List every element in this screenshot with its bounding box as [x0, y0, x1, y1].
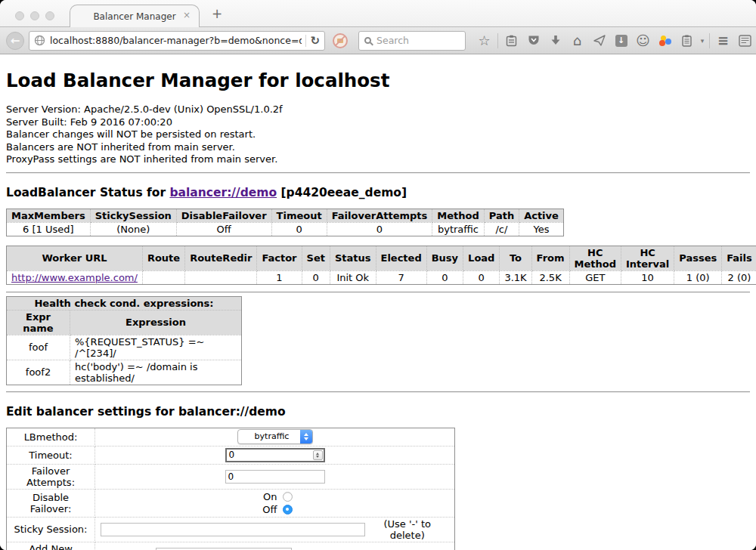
- globe-icon: [34, 35, 45, 46]
- send-plane-icon[interactable]: [588, 35, 610, 46]
- timeout-input[interactable]: 0: [225, 448, 325, 462]
- add-worker-label: Add New Worker:: [7, 542, 95, 550]
- close-window-button[interactable]: [15, 11, 24, 20]
- form-row-failover-attempts: Failover Attempts: 0: [7, 464, 455, 489]
- tab-title: Balancer Manager: [93, 11, 175, 22]
- table-title-row: Health check cond. expressions:: [7, 296, 242, 310]
- smiley-icon[interactable]: ☺: [632, 32, 654, 48]
- divider: [6, 391, 750, 393]
- url-bar[interactable]: localhost:8880/balancer-manager?b=demo&n…: [29, 31, 325, 51]
- lbmethod-label: LBmethod:: [7, 428, 95, 446]
- bookmark-star-icon[interactable]: ☆: [473, 32, 495, 48]
- blocked-content-icon[interactable]: [333, 33, 348, 48]
- grid-extension-icon[interactable]: [734, 35, 756, 47]
- loadbalancer-status-heading: LoadBalancer Status for balancer://demo …: [6, 186, 750, 199]
- disable-failover-on-radio[interactable]: [283, 492, 293, 502]
- window-controls: [15, 11, 54, 20]
- url-input[interactable]: localhost:8880/balancer-manager?b=demo&n…: [50, 35, 302, 46]
- navigation-toolbar: ← localhost:8880/balancer-manager?b=demo…: [0, 27, 756, 54]
- download-box-icon[interactable]: ↓: [610, 35, 632, 47]
- form-row-disable-failover: Disable Failover: On Off: [7, 489, 455, 517]
- urlbar-divider: [305, 35, 306, 47]
- form-row-lbmethod: LBmethod: bytraffic: [7, 428, 455, 446]
- new-tab-button[interactable]: +: [212, 6, 222, 21]
- zoom-window-button[interactable]: [45, 11, 54, 20]
- balancer-demo-link[interactable]: balancer://demo: [169, 186, 277, 199]
- table-row: foof2 hc('body') =~ /domain is establish…: [7, 360, 242, 385]
- select-stepper-icon: [300, 430, 312, 443]
- notice-inherit-proxypass: ProxyPass settings are NOT inherited fro…: [6, 153, 750, 166]
- server-built: Server Built: Feb 9 2016 07:00:20: [6, 116, 750, 129]
- reload-icon[interactable]: ↻: [310, 34, 320, 48]
- failover-attempts-input[interactable]: 0: [225, 470, 325, 484]
- back-button[interactable]: ←: [6, 32, 24, 50]
- downloads-icon[interactable]: [544, 35, 566, 46]
- toolbar-divider: [709, 33, 710, 48]
- tab-close-icon[interactable]: ×: [183, 11, 191, 20]
- divider: [6, 292, 750, 293]
- table-header-row: MaxMembers StickySession DisableFailover…: [7, 209, 564, 222]
- toolbar-divider: [497, 33, 498, 48]
- page-content: Load Balancer Manager for localhost Serv…: [0, 54, 756, 550]
- server-info: Server Version: Apache/2.5.0-dev (Unix) …: [6, 104, 750, 166]
- table-row: http://www.example.com/ 1 0 Init Ok 7 0 …: [7, 270, 756, 284]
- notice-persist: Balancer changes will NOT be persisted o…: [6, 128, 750, 141]
- worker-url-link[interactable]: http://www.example.com/: [11, 272, 138, 283]
- server-version: Server Version: Apache/2.5.0-dev (Unix) …: [6, 104, 750, 116]
- worker-table: Worker URL Route RouteRedir Factor Set S…: [6, 246, 756, 285]
- minimize-window-button[interactable]: [30, 11, 39, 20]
- table-header-row: Expr name Expression: [7, 310, 242, 335]
- table-row: foof %{REQUEST_STATUS} =~ /^[234]/: [7, 335, 242, 360]
- form-row-timeout: Timeout: 0: [7, 446, 455, 464]
- number-spinner-icon[interactable]: [313, 450, 323, 460]
- chevron-down-icon[interactable]: ▾: [698, 37, 707, 45]
- table-row: 6 [1 Used] (None) Off 0 0 bytraffic /c/ …: [7, 222, 564, 236]
- tab-bar: Balancer Manager × +: [0, 0, 756, 27]
- radio-off-label: Off: [258, 503, 277, 516]
- sticky-session-label: Sticky Session:: [7, 517, 95, 542]
- form-row-add-worker: Add New Worker: Are you sure?: [7, 542, 455, 550]
- clipboard-extension-icon[interactable]: [676, 35, 698, 47]
- balancer-status-table: MaxMembers StickySession DisableFailover…: [6, 209, 564, 236]
- pocket-icon[interactable]: [522, 35, 544, 46]
- browser-window: Balancer Manager × + ← localhost:8880/ba…: [0, 0, 756, 550]
- colored-dots-extension-icon[interactable]: [654, 35, 676, 47]
- health-check-table: Health check cond. expressions: Expr nam…: [6, 296, 242, 385]
- divider: [6, 172, 750, 174]
- failover-attempts-label: Failover Attempts:: [7, 464, 95, 489]
- tab-balancer-manager[interactable]: Balancer Manager ×: [70, 5, 200, 27]
- bookmarks-menu-icon[interactable]: [500, 35, 522, 47]
- page-title: Load Balancer Manager for localhost: [6, 70, 750, 91]
- timeout-label: Timeout:: [7, 446, 95, 464]
- hamburger-menu-icon[interactable]: ≡: [712, 32, 734, 48]
- search-bar[interactable]: Search: [358, 31, 466, 51]
- disable-failover-off-radio[interactable]: [283, 505, 293, 514]
- lbmethod-select[interactable]: bytraffic: [237, 429, 313, 444]
- edit-settings-heading: Edit balancer settings for balancer://de…: [6, 405, 750, 419]
- radio-on-label: On: [258, 490, 277, 503]
- form-row-sticky-session: Sticky Session: (Use '-' to delete): [7, 517, 455, 542]
- sticky-session-hint: (Use '-' to delete): [365, 518, 451, 541]
- disable-failover-label: Disable Failover:: [7, 489, 95, 517]
- search-input[interactable]: Search: [376, 35, 409, 46]
- sticky-session-input[interactable]: [101, 523, 365, 536]
- search-icon: [364, 37, 371, 44]
- balancer-settings-form: LBmethod: bytraffic Timeout: 0: [6, 428, 455, 550]
- home-icon[interactable]: ⌂: [566, 32, 588, 48]
- notice-inherit-balancers: Balancers are NOT inherited from main se…: [6, 141, 750, 154]
- table-header-row: Worker URL Route RouteRedir Factor Set S…: [7, 246, 756, 270]
